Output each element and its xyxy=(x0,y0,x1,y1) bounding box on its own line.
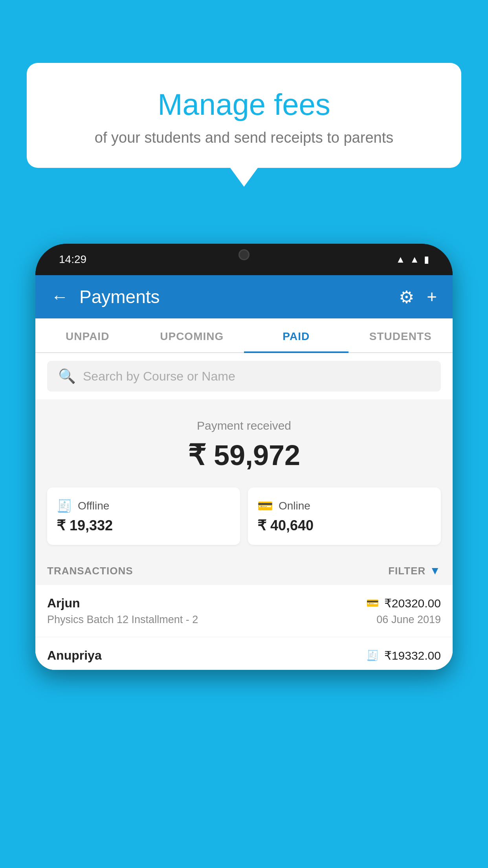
search-placeholder: Search by Course or Name xyxy=(83,369,235,384)
back-button[interactable]: ← xyxy=(51,287,68,307)
wifi-icon: ▲ xyxy=(396,254,405,265)
transaction-row-bottom: Physics Batch 12 Installment - 2 06 June… xyxy=(47,614,441,626)
transaction-amount-wrap: 💳 ₹20320.00 xyxy=(366,596,441,610)
payment-total-amount: ₹ 59,972 xyxy=(51,439,437,472)
header-left: ← Payments xyxy=(51,286,160,307)
phone-camera xyxy=(238,249,250,260)
phone-wrapper: 14:29 ▲ ▲ ▮ ← Payments ⚙ + UNPAID U xyxy=(35,244,453,868)
phone-device: 14:29 ▲ ▲ ▮ ← Payments ⚙ + UNPAID U xyxy=(35,244,453,670)
tab-students[interactable]: STUDENTS xyxy=(349,318,453,352)
payment-received-label: Payment received xyxy=(51,419,437,432)
online-icon: 💳 xyxy=(257,498,273,513)
add-icon[interactable]: + xyxy=(427,287,437,307)
bubble-title: Manage fees xyxy=(46,86,442,122)
header-title: Payments xyxy=(79,286,160,307)
transaction-desc: Physics Batch 12 Installment - 2 xyxy=(47,614,198,626)
tab-unpaid[interactable]: UNPAID xyxy=(35,318,140,352)
phone-notch xyxy=(209,244,279,265)
offline-payment-card: 🧾 Offline ₹ 19,332 xyxy=(47,487,240,545)
online-card-header: 💳 Online xyxy=(257,498,431,513)
status-bar: 14:29 ▲ ▲ ▮ xyxy=(35,244,453,275)
transaction-amount-wrap: 🧾 ₹19332.00 xyxy=(366,649,441,662)
search-bar: 🔍 Search by Course or Name xyxy=(35,353,453,399)
payment-cards: 🧾 Offline ₹ 19,332 💳 Online ₹ 40,640 xyxy=(35,487,453,557)
online-label: Online xyxy=(279,500,310,512)
header-right: ⚙ + xyxy=(399,287,437,307)
settings-icon[interactable]: ⚙ xyxy=(399,287,414,307)
transaction-name: Anupriya xyxy=(47,648,102,663)
search-input-wrap[interactable]: 🔍 Search by Course or Name xyxy=(47,361,441,392)
status-icons: ▲ ▲ ▮ xyxy=(396,254,429,265)
app-header: ← Payments ⚙ + xyxy=(35,275,453,318)
offline-card-header: 🧾 Offline xyxy=(57,498,231,513)
online-amount: ₹ 40,640 xyxy=(257,517,431,534)
battery-icon: ▮ xyxy=(424,254,429,265)
speech-bubble: Manage fees of your students and send re… xyxy=(27,63,461,168)
search-icon: 🔍 xyxy=(58,368,76,384)
filter-label: FILTER xyxy=(388,565,426,577)
payment-summary: Payment received ₹ 59,972 xyxy=(35,399,453,487)
transaction-amount: ₹20320.00 xyxy=(384,596,441,610)
transaction-list: Arjun 💳 ₹20320.00 Physics Batch 12 Insta… xyxy=(35,585,453,670)
filter-button[interactable]: FILTER ▼ xyxy=(388,565,441,577)
transaction-name: Arjun xyxy=(47,596,80,611)
offline-icon: 🧾 xyxy=(57,498,72,513)
table-row[interactable]: Arjun 💳 ₹20320.00 Physics Batch 12 Insta… xyxy=(35,585,453,637)
online-payment-card: 💳 Online ₹ 40,640 xyxy=(248,487,441,545)
status-time: 14:29 xyxy=(59,253,86,266)
transactions-label: TRANSACTIONS xyxy=(47,565,133,577)
transaction-row-top: Arjun 💳 ₹20320.00 xyxy=(47,596,441,611)
tabs-bar: UNPAID UPCOMING PAID STUDENTS xyxy=(35,318,453,353)
transactions-header: TRANSACTIONS FILTER ▼ xyxy=(35,557,453,585)
table-row[interactable]: Anupriya 🧾 ₹19332.00 xyxy=(35,637,453,670)
tab-paid[interactable]: PAID xyxy=(244,318,349,352)
offline-label: Offline xyxy=(78,500,109,512)
payment-type-icon: 🧾 xyxy=(366,649,379,662)
transaction-row-top: Anupriya 🧾 ₹19332.00 xyxy=(47,648,441,663)
signal-icon: ▲ xyxy=(410,254,419,265)
payment-type-icon: 💳 xyxy=(366,597,379,609)
bubble-subtitle: of your students and send receipts to pa… xyxy=(46,129,442,146)
filter-icon: ▼ xyxy=(429,565,441,577)
transaction-amount: ₹19332.00 xyxy=(384,649,441,662)
transaction-date: 06 June 2019 xyxy=(376,614,441,626)
offline-amount: ₹ 19,332 xyxy=(57,517,231,534)
app-content: 🔍 Search by Course or Name Payment recei… xyxy=(35,353,453,670)
tab-upcoming[interactable]: UPCOMING xyxy=(140,318,244,352)
